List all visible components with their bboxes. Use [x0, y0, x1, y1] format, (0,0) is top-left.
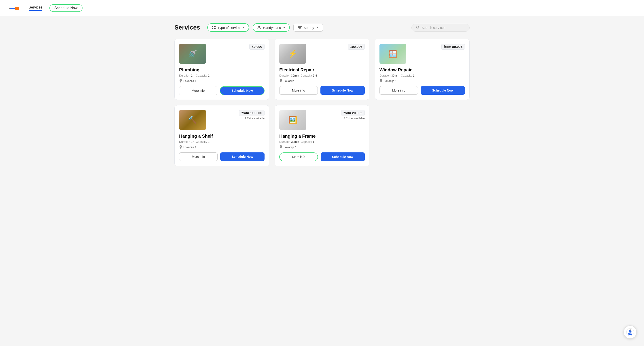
card-image-electrical: ⚡ [279, 44, 306, 64]
schedule-now-button-frame[interactable]: Schedule Now [321, 152, 365, 161]
card-top-frame: 🖼️ from 20.00€ 2 Extras available [279, 110, 365, 130]
navbar: Services Schedule Now [0, 0, 644, 16]
type-of-service-filter[interactable]: Type of service [207, 23, 249, 32]
card-meta-frame: Duration 30min Capacity 1 [279, 140, 365, 143]
search-box[interactable]: Search services [412, 24, 470, 32]
schedule-now-button-electrical[interactable]: Schedule Now [320, 86, 365, 95]
card-meta-window: Duration 30min Capacity 1 [380, 74, 465, 77]
card-price-shelf: from 110.00€ [239, 110, 264, 116]
card-price-plumbing: 40.00€ [249, 44, 264, 50]
svg-point-15 [281, 80, 281, 81]
card-title-plumbing: Plumbing [179, 67, 264, 73]
card-top-shelf: 🔨 from 110.00€ 1 Extra available [179, 110, 264, 130]
sort-chevron-icon [316, 27, 319, 28]
drill-icon [9, 4, 20, 13]
service-card-electrical: ⚡ 100.00€ Electrical Repair Duration 30m… [274, 39, 370, 100]
handymans-chevron-icon [283, 27, 285, 28]
type-of-service-label: Type of service [218, 26, 240, 30]
card-location-electrical: Lokacija 1 [279, 79, 365, 83]
more-info-button-shelf[interactable]: More info [179, 152, 218, 161]
card-title-shelf: Hanging a Shelf [179, 134, 264, 139]
card-price-block-electrical: 100.00€ [348, 44, 365, 50]
card-location-frame: Lokacija 1 [279, 145, 365, 149]
svg-rect-0 [10, 8, 16, 10]
card-meta-shelf: Duration 1h Capacity 1 [179, 140, 264, 143]
logo [9, 4, 20, 13]
schedule-now-button-window[interactable]: Schedule Now [420, 86, 465, 95]
main-content: Services Type of service Handymans [166, 16, 478, 173]
card-price-window: from 80.00€ [442, 44, 465, 50]
card-title-frame: Hanging a Frame [279, 134, 365, 139]
svg-rect-6 [212, 28, 213, 29]
card-price-frame: from 20.00€ [341, 110, 365, 116]
nav-schedule-now[interactable]: Schedule Now [50, 4, 82, 12]
search-icon [416, 26, 420, 29]
card-price-electrical: 100.00€ [348, 44, 365, 50]
grid-icon [212, 26, 216, 30]
location-icon [380, 79, 382, 83]
card-actions-window: More info Schedule Now [380, 86, 465, 95]
card-image-plumbing: 🚿 [179, 44, 206, 64]
page-title: Services [174, 24, 200, 31]
svg-point-14 [180, 80, 181, 81]
card-top-window: 🪟 from 80.00€ [380, 44, 465, 64]
card-meta-electrical: Duration 30min Capacity 2-4 [279, 74, 365, 77]
handymans-filter[interactable]: Handymans [253, 23, 290, 32]
card-image-placeholder-plumbing: 🚿 [179, 44, 206, 64]
svg-point-8 [258, 26, 260, 28]
service-grid: 🚿 40.00€ Plumbing Duration 1h Capacity 1… [174, 39, 470, 166]
more-info-button-plumbing[interactable]: More info [179, 86, 217, 95]
more-info-button-window[interactable]: More info [380, 86, 418, 95]
nav-links: Services Schedule Now [28, 4, 82, 12]
svg-point-12 [416, 26, 419, 29]
service-card-shelf: 🔨 from 110.00€ 1 Extra available Hanging… [174, 105, 269, 166]
service-card-window: 🪟 from 80.00€ Window Repair Duration 30m… [375, 39, 470, 100]
svg-rect-2 [16, 8, 16, 10]
location-icon [279, 145, 282, 149]
sort-by-label: Sort by [304, 26, 314, 30]
type-chevron-icon [242, 27, 245, 28]
card-location-plumbing: Lokacija 1 [179, 79, 264, 83]
card-image-shelf: 🔨 [179, 110, 206, 130]
card-top-electrical: ⚡ 100.00€ [279, 44, 365, 64]
location-icon [179, 79, 182, 83]
card-image-placeholder-frame: 🖼️ [279, 110, 306, 130]
more-info-button-electrical[interactable]: More info [279, 86, 318, 95]
nav-services[interactable]: Services [28, 5, 42, 11]
sort-icon [298, 26, 302, 29]
card-image-placeholder-window: 🪟 [380, 44, 406, 64]
card-extras-shelf: 1 Extra available [239, 117, 264, 120]
card-actions-frame: More info Schedule Now [279, 152, 365, 161]
location-icon [179, 145, 182, 149]
card-price-block-window: from 80.00€ [442, 44, 465, 50]
service-card-frame: 🖼️ from 20.00€ 2 Extras available Hangin… [274, 105, 370, 166]
card-image-placeholder-electrical: ⚡ [279, 44, 306, 64]
more-info-button-frame[interactable]: More info [279, 152, 318, 161]
svg-point-18 [281, 146, 281, 147]
card-image-placeholder-shelf: 🔨 [179, 110, 206, 130]
schedule-now-button-plumbing[interactable]: Schedule Now [220, 86, 264, 95]
card-title-electrical: Electrical Repair [279, 67, 365, 73]
sort-by-filter[interactable]: Sort by [294, 24, 323, 32]
card-price-block-shelf: from 110.00€ 1 Extra available [239, 110, 264, 120]
search-placeholder: Search services [422, 26, 446, 30]
toolbar: Services Type of service Handymans [174, 23, 470, 32]
card-actions-shelf: More info Schedule Now [179, 152, 264, 161]
schedule-now-button-shelf[interactable]: Schedule Now [220, 152, 264, 161]
card-meta-plumbing: Duration 1h Capacity 1 [179, 74, 264, 77]
person-icon [257, 26, 261, 30]
card-image-frame: 🖼️ [279, 110, 306, 130]
card-actions-plumbing: More info Schedule Now [179, 86, 264, 95]
location-icon [279, 79, 282, 83]
card-title-window: Window Repair [380, 67, 465, 73]
card-location-window: Lokacija 1 [380, 79, 465, 83]
handymans-label: Handymans [263, 26, 281, 30]
card-price-block-frame: from 20.00€ 2 Extras available [341, 110, 365, 120]
svg-rect-4 [212, 26, 213, 27]
card-extras-frame: 2 Extras available [341, 117, 365, 120]
card-price-block-plumbing: 40.00€ [249, 44, 264, 50]
svg-point-16 [381, 80, 382, 81]
card-top-plumbing: 🚿 40.00€ [179, 44, 264, 64]
svg-line-13 [418, 28, 420, 29]
card-location-shelf: Lokacija 1 [179, 145, 264, 149]
